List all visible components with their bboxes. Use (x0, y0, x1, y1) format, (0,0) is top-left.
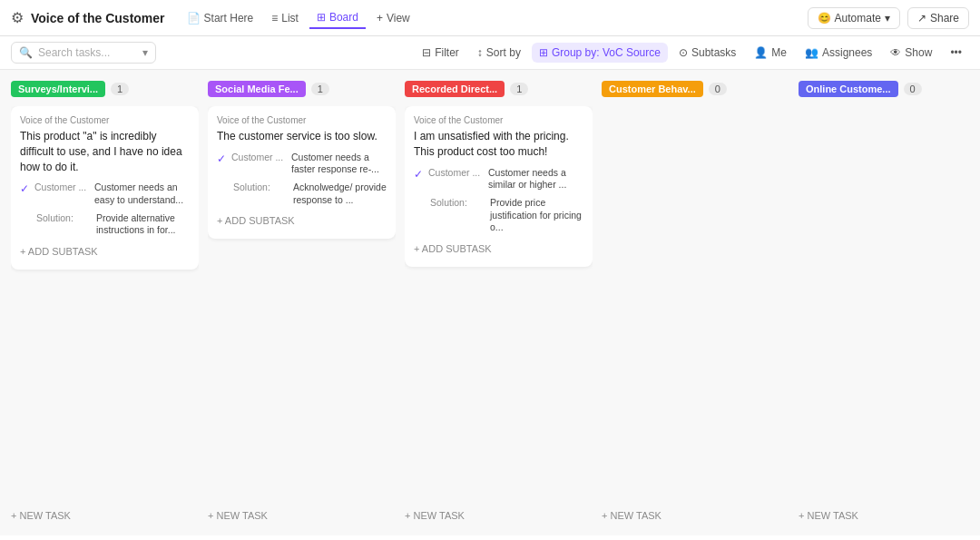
show-button[interactable]: 👁 Show (883, 43, 939, 63)
subtask-label-2: Solution: (36, 212, 91, 237)
subtask-social-row-2: Solution: Acknolwedge/ provide response … (217, 182, 387, 206)
card-title-recorded: I am unsatisfied with the pricing. This … (414, 129, 583, 160)
column-online: Online Custome... 0 + NEW TASK (799, 81, 980, 525)
me-button[interactable]: 👤 Me (747, 43, 794, 63)
subtask-value-recorded: Customer needs a similar or higher ... (488, 167, 583, 191)
app-title: Voice of the Customer (31, 11, 165, 25)
add-subtask-recorded[interactable]: + ADD SUBTASK (414, 240, 583, 258)
col-count-behavior: 0 (709, 83, 727, 95)
col-body-social: Voice of the Customer The customer servi… (208, 106, 396, 503)
sort-icon: ↕ (477, 46, 483, 59)
card-social-0[interactable]: Voice of the Customer The customer servi… (208, 106, 396, 239)
filter-button[interactable]: ⊟ Filter (415, 43, 466, 63)
subtask-value-2: Provide alternative instructions in for.… (96, 212, 190, 237)
me-icon: 👤 (754, 46, 768, 59)
app-icon: ⚙ (11, 9, 24, 26)
check-icon-social: ✓ (217, 152, 226, 165)
nav-list[interactable]: ≡ List (264, 8, 306, 28)
check-icon-recorded: ✓ (414, 168, 423, 181)
new-task-behavior[interactable]: + NEW TASK (602, 506, 789, 525)
group-by-button[interactable]: ⊞ Group by: VoC Source (532, 43, 668, 63)
col-tag-social: Social Media Fe... (208, 81, 306, 97)
column-header-surveys: Surveys/Intervi... 1 (11, 81, 199, 97)
col-count-online: 0 (904, 83, 922, 95)
column-header-online: Online Custome... 0 (799, 81, 980, 97)
col-tag-recorded: Recorded Direct... (405, 81, 505, 97)
subtask-recorded-row-2: Solution: Provide price justification fo… (414, 197, 583, 234)
more-icon: ••• (950, 46, 962, 59)
col-count-recorded: 1 (510, 83, 528, 95)
card-breadcrumb-recorded: Voice of the Customer (414, 115, 583, 125)
assignees-button[interactable]: 👥 Assignees (798, 43, 879, 63)
subtask-value-recorded-2: Provide price justification for pricing … (490, 197, 583, 234)
subtask-value: Customer needs an easy to understand... (94, 182, 190, 206)
assignees-icon: 👥 (805, 46, 818, 59)
col-body-recorded: Voice of the Customer I am unsatisfied w… (405, 106, 593, 503)
subtask-label: Customer ... (34, 182, 89, 206)
card-recorded-0[interactable]: Voice of the Customer I am unsatisfied w… (405, 106, 593, 267)
more-options-button[interactable]: ••• (943, 43, 969, 63)
subtask-label-social-2: Solution: (233, 182, 288, 206)
automate-button[interactable]: 😊 Automate ▾ (808, 7, 900, 29)
column-behavior: Customer Behav... 0 + NEW TASK (602, 81, 789, 525)
subtask-recorded-row: ✓ Customer ... Customer needs a similar … (414, 167, 583, 191)
list-icon: ≡ (271, 12, 278, 25)
column-recorded: Recorded Direct... 1 Voice of the Custom… (405, 81, 593, 525)
col-tag-behavior: Customer Behav... (602, 81, 703, 97)
column-header-behavior: Customer Behav... 0 (602, 81, 789, 97)
col-tag-online: Online Custome... (799, 81, 898, 97)
add-subtask-social[interactable]: + ADD SUBTASK (217, 211, 387, 230)
card-breadcrumb: Voice of the Customer (20, 115, 190, 125)
board-icon: ⊞ (317, 11, 326, 24)
top-bar-left: ⚙ Voice of the Customer 📄 Start Here ≡ L… (11, 7, 417, 29)
top-bar-right: 😊 Automate ▾ ↗ Share (808, 7, 969, 29)
add-subtask-surveys[interactable]: + ADD SUBTASK (20, 242, 190, 260)
new-task-social[interactable]: + NEW TASK (208, 506, 396, 525)
show-icon: 👁 (890, 46, 901, 59)
subtask-value-social: Customer needs a faster response re-... (291, 152, 387, 176)
top-bar: ⚙ Voice of the Customer 📄 Start Here ≡ L… (0, 0, 980, 36)
column-header-recorded: Recorded Direct... 1 (405, 81, 593, 97)
nav-board[interactable]: ⊞ Board (309, 7, 366, 29)
sort-by-button[interactable]: ↕ Sort by (470, 43, 528, 63)
subtasks-icon: ⊙ (679, 46, 688, 59)
subtask-value-social-2: Acknolwedge/ provide response to ... (293, 182, 387, 206)
search-chevron-icon: ▾ (142, 46, 148, 59)
new-task-online[interactable]: + NEW TASK (799, 506, 980, 525)
start-here-icon: 📄 (187, 12, 201, 25)
subtask-label-recorded-2: Solution: (430, 197, 485, 234)
card-title-social: The customer service is too slow. (217, 129, 387, 144)
group-icon: ⊞ (539, 46, 548, 59)
toolbar-right: ⊟ Filter ↕ Sort by ⊞ Group by: VoC Sourc… (415, 43, 969, 63)
col-body-online (799, 106, 980, 503)
automate-icon: 😊 (818, 12, 831, 25)
search-icon: 🔍 (19, 46, 33, 59)
column-surveys: Surveys/Intervi... 1 Voice of the Custom… (11, 81, 199, 525)
nav-start-here[interactable]: 📄 Start Here (180, 8, 261, 28)
search-box[interactable]: 🔍 Search tasks... ▾ (11, 42, 156, 64)
new-task-recorded[interactable]: + NEW TASK (405, 506, 593, 525)
col-tag-surveys: Surveys/Intervi... (11, 81, 105, 97)
column-social: Social Media Fe... 1 Voice of the Custom… (208, 81, 396, 525)
col-body-behavior (602, 106, 789, 503)
card-title: This product "a" is incredibly difficult… (20, 129, 190, 174)
add-view-icon: + (377, 12, 383, 25)
top-nav: 📄 Start Here ≡ List ⊞ Board + View (180, 7, 417, 29)
subtask-label-recorded: Customer ... (428, 167, 483, 191)
toolbar: 🔍 Search tasks... ▾ ⊟ Filter ↕ Sort by ⊞… (0, 36, 980, 70)
filter-icon: ⊟ (422, 46, 431, 59)
subtask-social-row: ✓ Customer ... Customer needs a faster r… (217, 152, 387, 176)
new-task-surveys[interactable]: + NEW TASK (11, 506, 199, 525)
share-button[interactable]: ↗ Share (907, 7, 969, 29)
automate-chevron-icon: ▾ (885, 12, 890, 25)
subtask-row-2: Solution: Provide alternative instructio… (20, 212, 190, 237)
board: Surveys/Intervi... 1 Voice of the Custom… (0, 70, 980, 535)
card-surveys-0[interactable]: Voice of the Customer This product "a" i… (11, 106, 199, 270)
subtasks-button[interactable]: ⊙ Subtasks (671, 43, 743, 63)
subtask-label-social: Customer ... (231, 152, 286, 176)
nav-view[interactable]: + View (369, 8, 417, 28)
check-icon: ✓ (20, 182, 29, 195)
share-icon: ↗ (917, 12, 926, 25)
subtask-row: ✓ Customer ... Customer needs an easy to… (20, 182, 190, 206)
column-header-social: Social Media Fe... 1 (208, 81, 396, 97)
